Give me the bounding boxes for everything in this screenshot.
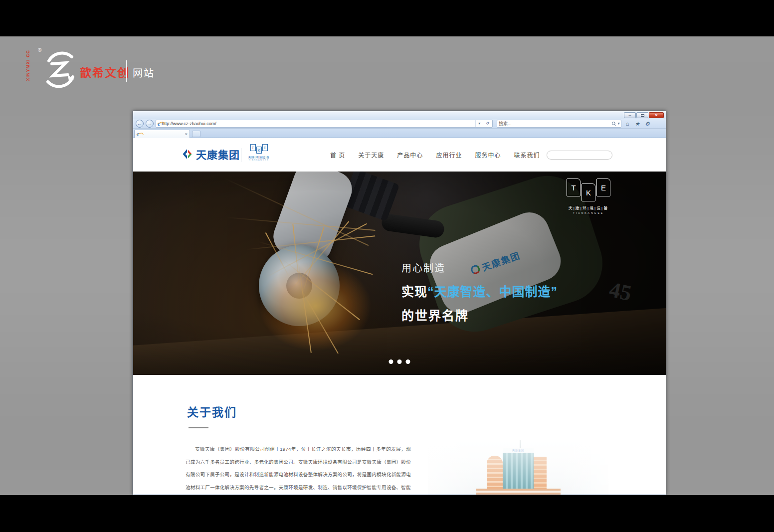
carousel-dot[interactable]: [397, 359, 402, 364]
close-icon: ×: [655, 113, 657, 118]
nav-home[interactable]: 首 页: [330, 151, 345, 159]
tools-button[interactable]: ⚙: [643, 119, 651, 128]
browser-search-button[interactable]: ▾: [611, 121, 619, 126]
bottom-black-bar: [0, 495, 774, 532]
slogan-line-1: 用心制造: [401, 260, 558, 275]
about-section: 关于我们 安徽天康（集团）股份有限公司创建于1974年，位于长江之滨的天长市，历…: [133, 375, 666, 495]
slogan-line-2: 实现“天康智造、中国制造”: [401, 282, 558, 300]
sublogo-letter: T: [250, 144, 256, 151]
slogan-line-2-prefix: 实现: [401, 285, 427, 299]
new-tab-button[interactable]: [192, 131, 200, 137]
restore-icon: [641, 114, 644, 117]
studio-name: 歆希文创: [80, 63, 130, 80]
home-icon: ⌂: [626, 121, 629, 127]
tab-close-button[interactable]: ×: [185, 132, 188, 137]
sublogo-letter: K: [256, 147, 262, 154]
site-sublogo: T K E 天|康|环|境|设|备 TIANKANGEE: [247, 144, 271, 161]
home-button[interactable]: ⌂: [623, 119, 631, 128]
registered-mark: ®: [38, 47, 41, 53]
badge-letter: T: [567, 178, 580, 196]
site-nav: 首 页 关于天康 产品中心 应用行业 服务中心 联系我们: [330, 138, 540, 172]
restore-button[interactable]: [636, 112, 648, 118]
window-controls: – ×: [624, 112, 664, 118]
slogan-line-3: 的世界名牌: [401, 306, 558, 324]
refresh-button[interactable]: ⟳: [484, 120, 491, 127]
badge-letter: E: [596, 178, 610, 196]
studio-logo-icon: [42, 48, 77, 92]
minimize-button[interactable]: –: [624, 112, 636, 118]
forward-arrow-icon: →: [147, 121, 152, 126]
minimize-icon: –: [628, 113, 631, 118]
star-icon: ★: [635, 121, 640, 127]
badge-text: 天|康|环|境|设|备: [559, 205, 618, 210]
nav-contact[interactable]: 联系我们: [514, 151, 540, 159]
work-type-label: 网站: [133, 65, 155, 80]
nav-products[interactable]: 产品中心: [397, 151, 423, 159]
site-header: 天康集团 T K E 天|康|环|境|设|备 TIANKANGEE 首 页 关于…: [133, 138, 666, 172]
site-logo-icon: [182, 148, 194, 160]
webpage: 天康集团 T K E 天|康|环|境|设|备 TIANKANGEE 首 页 关于…: [133, 138, 666, 495]
address-bar[interactable]: e ▾ ⟳: [156, 120, 493, 128]
brand-divider: [126, 60, 127, 82]
hero-slogan: 用心制造 实现“天康智造、中国制造” 的世界名牌: [401, 260, 558, 324]
badge-letter-boxes: T K E: [559, 178, 618, 201]
ie-icon: e: [158, 121, 160, 127]
chevron-down-icon: ▾: [617, 121, 619, 126]
browser-toolbar: ← → e ▾ ⟳ ▾ ⌂ ★ ⚙: [133, 119, 666, 129]
top-black-bar: [0, 0, 774, 36]
nav-industries[interactable]: 应用行业: [436, 151, 462, 159]
browser-tab-bar: e ×: [133, 129, 666, 138]
address-dropdown-button[interactable]: ▾: [475, 120, 482, 127]
about-title-underline: [189, 427, 208, 428]
carousel-dot[interactable]: [389, 359, 393, 364]
gear-icon: ⚙: [645, 121, 650, 127]
about-title: 关于我们: [187, 403, 237, 420]
logo-separator: [241, 148, 241, 162]
sublogo-caption: TIANKANGEE: [247, 159, 271, 161]
site-search[interactable]: [547, 151, 612, 160]
browser-window: – × ← → e ▾ ⟳ ▾: [133, 111, 666, 495]
badge-letter: K: [581, 183, 595, 201]
studio-vertical-text: XINYMXI CC: [25, 50, 30, 81]
site-search-input[interactable]: [550, 153, 616, 158]
browser-search-box[interactable]: ▾: [497, 120, 621, 128]
sublogo-letter-boxes: T K E: [247, 144, 271, 154]
back-button[interactable]: ←: [136, 120, 144, 128]
forward-button[interactable]: →: [146, 120, 154, 128]
carousel-dots: [389, 359, 410, 364]
carousel-dot[interactable]: [406, 359, 410, 364]
sublogo-letter: E: [262, 144, 268, 151]
browser-search-input[interactable]: [499, 121, 611, 126]
photo-haze-overlay: [428, 436, 608, 495]
about-photo: 天康集团: [428, 436, 608, 495]
refresh-icon: ⟳: [486, 121, 489, 126]
magnifier-icon: [611, 121, 616, 126]
close-button[interactable]: ×: [649, 112, 664, 118]
site-logo[interactable]: 天康集团: [182, 147, 240, 162]
about-paragraph: 安徽天康（集团）股份有限公司创建于1974年，位于长江之滨的天长市，历经四十多年…: [186, 443, 411, 495]
slogan-line-2-highlight: “天康智造、中国制造”: [427, 285, 558, 299]
nav-about[interactable]: 关于天康: [358, 151, 384, 159]
url-input[interactable]: [162, 121, 474, 126]
badge-caption: TIANKANGEE: [559, 211, 618, 214]
chevron-down-icon: ▾: [478, 121, 480, 126]
browser-tab[interactable]: e ×: [134, 130, 190, 138]
sublogo-text: 天|康|环|境|设|备: [247, 155, 271, 159]
hero-banner: 天康集团 45 T K E 天|康|环|境|: [133, 172, 666, 375]
browser-titlebar[interactable]: – ×: [133, 111, 666, 119]
hero-brand-badge: T K E 天|康|环|境|设|备 TIANKANGEE: [559, 178, 618, 214]
site-logo-text: 天康集团: [196, 147, 240, 162]
back-arrow-icon: ←: [137, 121, 142, 126]
ie-icon: e: [137, 132, 139, 137]
nav-service[interactable]: 服务中心: [475, 151, 501, 159]
favorites-button[interactable]: ★: [633, 119, 641, 128]
presentation-canvas: XINYMXI CC ® 歆希文创 网站 – × ← → e ▾ ⟳: [0, 0, 774, 532]
